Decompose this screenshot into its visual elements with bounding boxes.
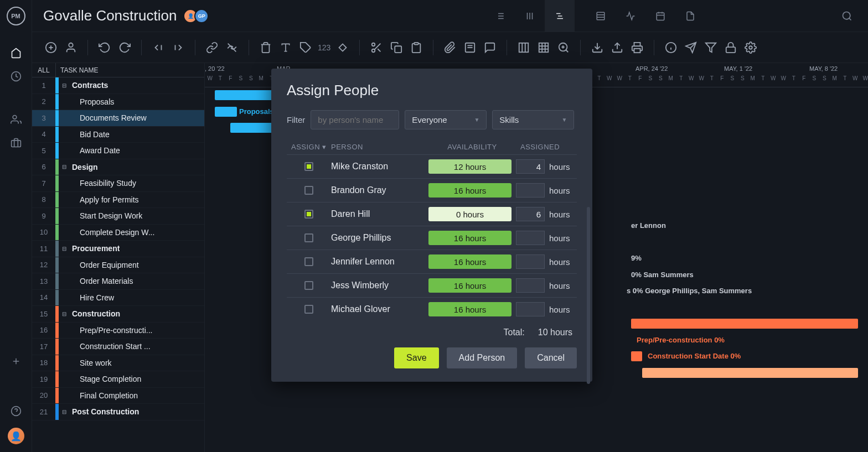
attach-icon[interactable] [442,40,458,55]
recent-icon[interactable] [9,70,23,83]
export-icon[interactable] [609,40,625,55]
columns-icon[interactable] [516,40,531,55]
task-row[interactable]: 14Hire Crew [32,290,204,306]
col-availability[interactable]: AVAILABILITY [428,143,516,151]
save-button[interactable]: Save [394,347,438,368]
note-icon[interactable] [462,40,478,55]
assign-checkbox[interactable] [304,257,313,266]
task-row[interactable]: 2Proposals [32,94,204,111]
expand-icon[interactable]: ⊟ [62,82,69,89]
user-avatar[interactable]: 👤 [8,428,24,444]
assign-checkbox[interactable] [304,233,313,242]
assigned-hours-input[interactable] [516,254,545,269]
app-logo[interactable]: PM [7,7,25,25]
cancel-button[interactable]: Cancel [525,347,577,368]
assign-icon[interactable] [63,40,79,55]
col-assigned[interactable]: ASSIGNED [516,143,577,151]
list-view-icon[interactable] [485,0,515,32]
assigned-hours-input[interactable] [516,207,545,221]
print-icon[interactable] [629,40,645,55]
gantt-bar[interactable] [215,107,237,117]
help-icon[interactable] [9,404,23,418]
filter-name-input[interactable] [311,110,399,129]
task-row[interactable]: 21⊟Post Construction [32,404,204,420]
comment-icon[interactable] [482,40,498,55]
assigned-hours-input[interactable] [516,302,545,316]
board-view-icon[interactable] [515,0,545,32]
expand-icon[interactable]: ⊟ [62,246,69,252]
filter-everyone-select[interactable]: Everyone▼ [405,110,487,129]
paste-icon[interactable] [409,40,424,55]
column-all[interactable]: ALL [32,63,55,77]
expand-icon[interactable]: ⊟ [62,164,69,170]
gantt-bar[interactable] [642,368,858,378]
gantt-bar[interactable] [631,319,858,329]
delete-icon[interactable] [258,40,273,55]
task-row[interactable]: 17Construction Start ... [32,339,204,355]
milestone-icon[interactable] [335,40,350,55]
task-row[interactable]: 5Award Date [32,143,204,159]
calendar-view-icon[interactable] [645,0,675,32]
redo-icon[interactable] [117,40,132,55]
tag-icon[interactable] [298,40,313,55]
unlink-icon[interactable] [224,40,240,55]
task-row[interactable]: 12Order Equipment [32,257,204,274]
task-row[interactable]: 19Stage Completion [32,371,204,388]
add-task-icon[interactable] [43,40,59,55]
search-icon[interactable] [837,11,857,22]
assign-checkbox[interactable] [304,210,313,219]
modal-scrollbar[interactable] [587,207,590,384]
grid-icon[interactable] [536,40,551,55]
task-row[interactable]: 6⊟Design [32,159,204,176]
task-row[interactable]: 1⊟Contracts [32,77,204,94]
settings-icon[interactable] [743,40,758,55]
briefcase-icon[interactable] [9,136,23,149]
task-row[interactable]: 13Order Materials [32,273,204,290]
col-person[interactable]: PERSON [331,143,428,151]
indent-icon[interactable] [170,40,186,55]
activity-view-icon[interactable] [616,0,645,32]
task-row[interactable]: 11⊟Procurement [32,241,204,257]
task-row[interactable]: 20Final Completion [32,388,204,404]
task-row[interactable]: 4Bid Date [32,127,204,143]
task-row[interactable]: 18Site work [32,355,204,372]
assign-checkbox[interactable] [304,162,313,171]
assigned-hours-input[interactable] [516,278,545,293]
text-format-icon[interactable] [278,40,293,55]
assign-checkbox[interactable] [304,305,313,314]
assign-checkbox[interactable] [304,186,313,195]
assigned-hours-input[interactable] [516,159,545,174]
undo-icon[interactable] [97,40,112,55]
task-row[interactable]: 3Documents Review [32,110,204,127]
cut-icon[interactable] [369,40,384,55]
outdent-icon[interactable] [151,40,166,55]
info-icon[interactable] [663,40,679,55]
task-row[interactable]: 8Apply for Permits [32,192,204,209]
zoom-icon[interactable] [556,40,571,55]
people-icon[interactable] [9,113,23,126]
gantt-bar[interactable] [631,351,642,361]
assigned-hours-input[interactable] [516,231,545,245]
add-person-button[interactable]: Add Person [447,347,518,368]
task-row[interactable]: 9Start Design Work [32,208,204,225]
sheet-view-icon[interactable] [586,0,616,32]
task-row[interactable]: 10Complete Design W... [32,225,204,241]
gantt-view-icon[interactable] [545,0,575,32]
import-icon[interactable] [590,40,605,55]
task-row[interactable]: 15⊟Construction [32,306,204,323]
send-icon[interactable] [683,40,699,55]
filter-icon[interactable] [703,40,719,55]
expand-icon[interactable]: ⊟ [62,311,69,317]
task-row[interactable]: 7Feasibility Study [32,175,204,192]
assigned-hours-input[interactable] [516,183,545,198]
add-icon[interactable] [9,355,23,368]
home-icon[interactable] [9,46,23,60]
avatar-stack[interactable]: 👤 GP [187,9,209,23]
expand-icon[interactable]: ⊟ [62,409,69,415]
file-view-icon[interactable] [675,0,705,32]
column-task-name[interactable]: TASK NAME [55,63,204,77]
col-assign[interactable]: ASSIGN ▾ [287,143,331,151]
link-icon[interactable] [204,40,220,55]
copy-icon[interactable] [389,40,404,55]
task-row[interactable]: 16Prep/Pre-constructi... [32,323,204,339]
